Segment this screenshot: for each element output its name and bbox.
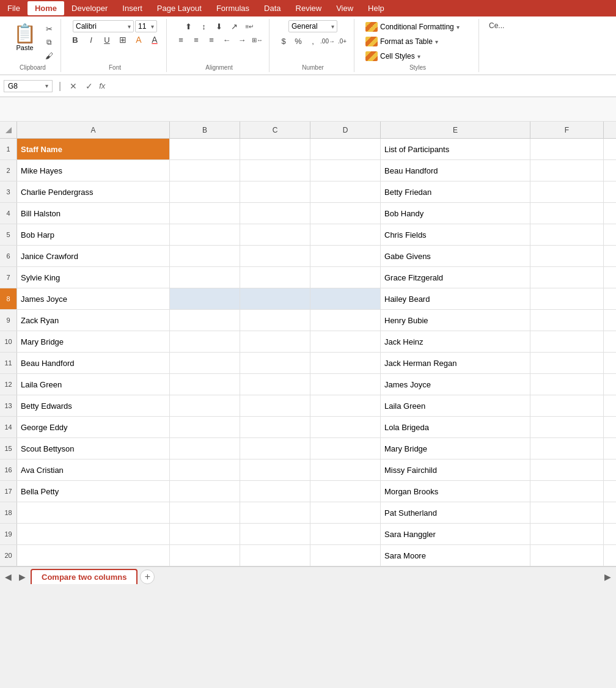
cell-4-F[interactable] — [530, 203, 604, 224]
cell-19-A[interactable] — [17, 524, 170, 544]
cell-3-F[interactable] — [530, 181, 604, 202]
cell-5-E[interactable]: Chris Fields — [381, 224, 530, 245]
cell-7-D[interactable] — [310, 267, 381, 288]
align-right-button[interactable]: ≡ — [205, 34, 218, 46]
cell-13-B[interactable] — [170, 395, 240, 416]
col-header-b[interactable]: B — [170, 122, 240, 138]
table-row[interactable]: 6Janice CrawfordGabe Givens — [0, 246, 616, 267]
fill-color-button[interactable]: A — [132, 34, 145, 46]
cell-9-D[interactable] — [310, 310, 381, 331]
cell-2-A[interactable]: Mike Hayes — [17, 160, 170, 181]
table-row[interactable]: 13Betty EdwardsLaila Green — [0, 395, 616, 417]
menu-file[interactable]: File — [0, 1, 28, 15]
cut-button[interactable]: ✂ — [42, 23, 56, 35]
cell-5-F[interactable] — [530, 224, 604, 245]
table-row[interactable]: 4Bill HalstonBob Handy — [0, 203, 616, 224]
table-row[interactable]: 17Bella PettyMorgan Brooks — [0, 481, 616, 502]
table-row[interactable]: 20Sara Moore — [0, 545, 616, 566]
cell-5-D[interactable] — [310, 224, 381, 245]
wrap-text-button[interactable]: ≡↵ — [243, 20, 257, 32]
cell-13-A[interactable]: Betty Edwards — [17, 395, 170, 416]
cell-1-B[interactable] — [170, 139, 240, 159]
table-row[interactable]: 7Sylvie KingGrace Fitzgerald — [0, 267, 616, 288]
col-header-f[interactable]: F — [530, 122, 604, 138]
table-row[interactable]: 18Pat Sutherland — [0, 502, 616, 524]
cell-2-F[interactable] — [530, 160, 604, 181]
cell-19-D[interactable] — [310, 524, 381, 544]
col-header-a[interactable]: A — [17, 122, 170, 138]
cell-10-B[interactable] — [170, 331, 240, 352]
cell-11-F[interactable] — [530, 353, 604, 373]
copy-button[interactable]: ⧉ — [42, 36, 56, 48]
underline-button[interactable]: U — [100, 34, 114, 46]
cell-4-B[interactable] — [170, 203, 240, 224]
menu-view[interactable]: View — [329, 1, 361, 15]
tab-scroll-right[interactable]: ▶ — [602, 571, 614, 583]
cell-12-A[interactable]: Laila Green — [17, 374, 170, 395]
cell-20-E[interactable]: Sara Moore — [381, 545, 530, 566]
cell-20-C[interactable] — [240, 545, 310, 566]
cell-reference-box[interactable]: G8 ▾ — [4, 80, 53, 92]
increase-indent-button[interactable]: → — [235, 34, 249, 46]
font-size-selector[interactable]: 11 ▾ — [135, 20, 157, 32]
cell-20-B[interactable] — [170, 545, 240, 566]
sheet-nav-right[interactable]: ▶ — [16, 571, 28, 583]
decrease-decimal-button[interactable]: .00→ — [321, 35, 334, 47]
cell-18-D[interactable] — [310, 502, 381, 523]
cell-4-C[interactable] — [240, 203, 310, 224]
cell-3-C[interactable] — [240, 181, 310, 202]
table-row[interactable]: 12Laila GreenJames Joyce — [0, 374, 616, 395]
cell-17-B[interactable] — [170, 481, 240, 502]
table-row[interactable]: 5Bob HarpChris Fields — [0, 224, 616, 246]
cell-13-E[interactable]: Laila Green — [381, 395, 530, 416]
cell-2-C[interactable] — [240, 160, 310, 181]
align-top-button[interactable]: ⬆ — [182, 20, 196, 32]
cell-14-F[interactable] — [530, 417, 604, 437]
select-all-icon[interactable] — [6, 127, 12, 133]
format-painter-button[interactable]: 🖌 — [42, 49, 56, 62]
cell-7-C[interactable] — [240, 267, 310, 288]
cell-9-F[interactable] — [530, 310, 604, 331]
table-row[interactable]: 1Staff NameList of Participants — [0, 139, 616, 160]
cell-16-C[interactable] — [240, 459, 310, 480]
table-row[interactable]: 11Beau HandfordJack Herman Regan — [0, 353, 616, 374]
conditional-formatting-button[interactable]: Conditional Formatting ▾ — [362, 20, 474, 34]
cell-19-F[interactable] — [530, 524, 604, 544]
cell-15-C[interactable] — [240, 438, 310, 459]
cell-8-E[interactable]: Hailey Beard — [381, 288, 530, 309]
col-header-c[interactable]: C — [240, 122, 310, 138]
cell-6-E[interactable]: Gabe Givens — [381, 246, 530, 266]
cell-18-F[interactable] — [530, 502, 604, 523]
cell-15-F[interactable] — [530, 438, 604, 459]
currency-button[interactable]: $ — [277, 35, 290, 47]
cell-8-F[interactable] — [530, 288, 604, 309]
cell-12-C[interactable] — [240, 374, 310, 395]
table-row[interactable]: 2Mike HayesBeau Handford — [0, 160, 616, 181]
cell-9-C[interactable] — [240, 310, 310, 331]
cell-19-B[interactable] — [170, 524, 240, 544]
cell-styles-button[interactable]: Cell Styles ▾ — [362, 49, 474, 63]
cell-18-E[interactable]: Pat Sutherland — [381, 502, 530, 523]
cell-18-B[interactable] — [170, 502, 240, 523]
cell-17-F[interactable] — [530, 481, 604, 502]
add-sheet-button[interactable]: + — [140, 569, 155, 584]
number-format-selector[interactable]: General ▾ — [288, 20, 337, 32]
cell-13-C[interactable] — [240, 395, 310, 416]
font-color-button[interactable]: A — [148, 34, 161, 46]
align-left-button[interactable]: ≡ — [174, 34, 188, 46]
cell-10-D[interactable] — [310, 331, 381, 352]
menu-insert[interactable]: Insert — [115, 1, 150, 15]
cell-13-F[interactable] — [530, 395, 604, 416]
cell-4-D[interactable] — [310, 203, 381, 224]
cell-1-D[interactable] — [310, 139, 381, 159]
percent-button[interactable]: % — [292, 35, 305, 47]
cell-18-C[interactable] — [240, 502, 310, 523]
cell-12-F[interactable] — [530, 374, 604, 395]
cell-7-A[interactable]: Sylvie King — [17, 267, 170, 288]
bold-button[interactable]: B — [68, 34, 82, 46]
cell-8-B[interactable] — [170, 288, 240, 309]
cell-14-B[interactable] — [170, 417, 240, 437]
confirm-formula-button[interactable]: ✓ — [83, 80, 95, 92]
cell-10-E[interactable]: Jack Heinz — [381, 331, 530, 352]
cell-14-A[interactable]: George Eddy — [17, 417, 170, 437]
